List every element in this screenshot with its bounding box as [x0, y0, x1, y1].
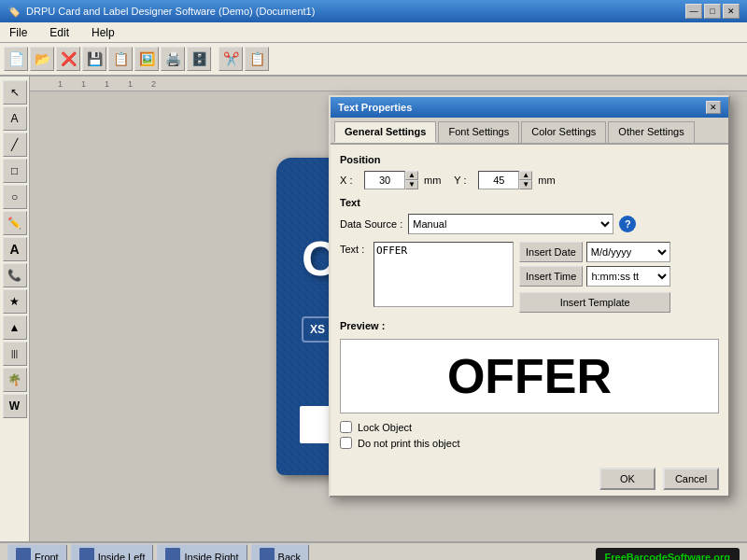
line-tool[interactable]: ╱ — [3, 133, 27, 157]
print-button[interactable]: 🖨️ — [161, 47, 185, 71]
page-tab-inside-right-label: Inside Right — [184, 552, 238, 560]
ellipse-tool[interactable]: ○ — [3, 185, 27, 209]
page-tab-back[interactable]: Back — [251, 544, 309, 560]
main-area: ↖ A ╱ □ ○ ✏️ A 📞 ★ ▲ ||| 🌴 W 11112 Speci… — [0, 77, 747, 541]
new-button[interactable]: 📄 — [4, 47, 28, 71]
dialog-close-button[interactable]: ✕ — [706, 101, 721, 114]
position-row: X : ▲ ▼ mm Y : ▲ ▼ — [340, 171, 719, 189]
text-properties-dialog: Text Properties ✕ General Settings Font … — [329, 95, 730, 497]
preview-button[interactable]: 🖼️ — [134, 47, 159, 71]
preview-label-row: Preview : — [340, 320, 719, 331]
insert-date-button[interactable]: Insert Date — [519, 242, 583, 262]
main-toolbar: 📄 📂 ❌ 💾 📋 🖼️ 🖨️ 🗄️ ✂️ 📋 — [0, 43, 747, 77]
maximize-button[interactable]: □ — [704, 4, 721, 19]
star-tool[interactable]: ★ — [3, 289, 27, 314]
data-source-select[interactable]: Manual — [408, 214, 613, 234]
help-icon[interactable]: ? — [619, 216, 636, 232]
page-tab-front-icon — [16, 548, 31, 560]
x-spinner[interactable]: ▲ ▼ — [364, 171, 418, 189]
preview-section: OFFER — [340, 339, 719, 413]
phone-tool[interactable]: 📞 — [3, 263, 27, 287]
page-tab-back-label: Back — [278, 552, 301, 560]
menu-file[interactable]: File — [4, 24, 33, 41]
page-tab-inside-right-icon — [165, 548, 180, 560]
left-toolbar: ↖ A ╱ □ ○ ✏️ A 📞 ★ ▲ ||| 🌴 W — [0, 77, 30, 541]
tab-font-settings[interactable]: Font Settings — [438, 121, 519, 143]
menu-edit[interactable]: Edit — [44, 24, 75, 41]
dialog-content: Position X : ▲ ▼ mm Y : — [331, 145, 728, 462]
font-tool[interactable]: A — [3, 237, 27, 261]
text-section-label: Text — [340, 197, 719, 208]
select-tool[interactable]: ↖ — [3, 80, 27, 105]
save-button[interactable]: 💾 — [82, 47, 106, 71]
lock-object-checkbox[interactable] — [340, 421, 352, 433]
x-up-button[interactable]: ▲ — [405, 171, 418, 180]
rect-tool[interactable]: □ — [3, 159, 27, 183]
w-tool[interactable]: W — [3, 394, 27, 418]
time-format-select[interactable]: h:mm:ss tt — [586, 266, 670, 287]
y-down-button[interactable]: ▼ — [519, 180, 532, 189]
close-button-tb[interactable]: ❌ — [56, 47, 80, 71]
preview-text: OFFER — [447, 348, 612, 404]
no-print-checkbox[interactable] — [340, 437, 352, 449]
watermark-label: FreeBarcodeSoftware.org — [596, 548, 740, 560]
page-tab-back-icon — [260, 548, 275, 560]
page-tab-front-label: Front — [35, 552, 59, 560]
x-down-button[interactable]: ▼ — [405, 180, 418, 189]
ok-button[interactable]: OK — [599, 468, 655, 490]
data-source-row: Data Source : Manual ? — [340, 214, 719, 234]
date-format-select[interactable]: M/d/yyyy — [586, 242, 670, 262]
y-unit: mm — [538, 175, 555, 186]
database-button[interactable]: 🗄️ — [187, 47, 211, 71]
triangle-tool[interactable]: ▲ — [3, 315, 27, 340]
menu-bar: File Edit Help — [0, 22, 747, 43]
barcode-tool[interactable]: ||| — [3, 342, 27, 366]
insert-date-row: Insert Date M/d/yyyy — [519, 242, 670, 262]
x-input[interactable] — [364, 171, 405, 189]
title-bar: 🏷️ DRPU Card and Label Designer Software… — [0, 0, 747, 22]
menu-help[interactable]: Help — [86, 24, 120, 41]
tab-general-settings[interactable]: General Settings — [334, 121, 436, 143]
page-tab-front[interactable]: Front — [7, 544, 67, 560]
bottom-bar: Front Inside Left Inside Right Back Free… — [0, 541, 747, 560]
lock-object-label: Lock Object — [358, 422, 412, 433]
text-textarea[interactable]: OFFER — [374, 242, 514, 307]
copy-button[interactable]: 📋 — [245, 47, 269, 71]
position-label: Position — [340, 154, 719, 165]
app-icon: 🏷️ — [7, 6, 21, 18]
y-spinner[interactable]: ▲ ▼ — [478, 171, 532, 189]
data-source-label: Data Source : — [340, 218, 402, 230]
insert-template-button[interactable]: Insert Template — [519, 292, 670, 313]
preview-label: Preview : — [340, 320, 385, 331]
page-tab-inside-left-icon — [79, 548, 94, 560]
canvas-area[interactable]: 11112 Special OFFER SIZE XS S M L XL 📷 f… — [30, 77, 747, 541]
insert-time-row: Insert Time h:mm:ss tt — [519, 266, 670, 287]
ruler-top: 11112 — [30, 77, 747, 91]
close-button[interactable]: ✕ — [723, 4, 740, 19]
y-up-button[interactable]: ▲ — [519, 171, 532, 180]
insert-time-button[interactable]: Insert Time — [519, 266, 583, 287]
dialog-buttons: OK Cancel — [331, 462, 728, 496]
y-input[interactable] — [478, 171, 519, 189]
tab-other-settings[interactable]: Other Settings — [608, 121, 694, 143]
app-title: DRPU Card and Label Designer Software (D… — [26, 6, 315, 17]
save-as-button[interactable]: 📋 — [108, 47, 133, 71]
pencil-tool[interactable]: ✏️ — [3, 211, 27, 235]
text-input-row: Text : OFFER Insert Date M/d/yyyy Insert… — [340, 242, 719, 313]
window-controls[interactable]: — □ ✕ — [685, 4, 740, 19]
cancel-button[interactable]: Cancel — [663, 468, 719, 490]
text-tool[interactable]: A — [3, 106, 27, 131]
x-unit: mm — [424, 175, 441, 186]
page-tab-inside-left[interactable]: Inside Left — [71, 544, 154, 560]
date-time-buttons: Insert Date M/d/yyyy Insert Time h:mm:ss… — [519, 242, 670, 313]
dialog-tabs: General Settings Font Settings Color Set… — [331, 118, 728, 145]
cut-button[interactable]: ✂️ — [218, 47, 243, 71]
open-button[interactable]: 📂 — [30, 47, 54, 71]
dialog-titlebar: Text Properties ✕ — [331, 97, 728, 118]
no-print-row: Do not print this object — [340, 437, 719, 449]
page-tab-inside-left-label: Inside Left — [98, 552, 146, 560]
tab-color-settings[interactable]: Color Settings — [521, 121, 606, 143]
minimize-button[interactable]: — — [685, 4, 702, 19]
tree-tool[interactable]: 🌴 — [3, 368, 27, 392]
page-tab-inside-right[interactable]: Inside Right — [157, 544, 247, 560]
